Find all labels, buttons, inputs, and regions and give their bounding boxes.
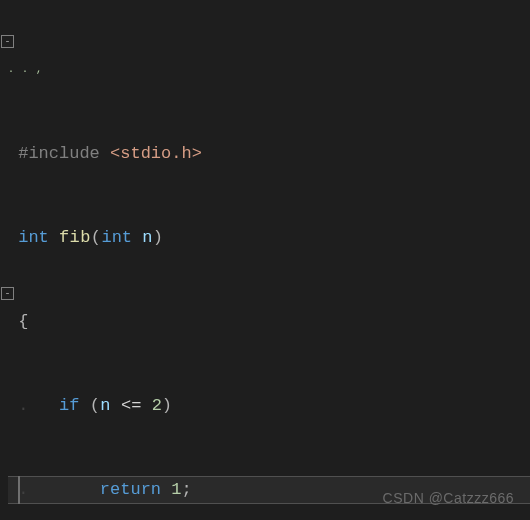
- fold-icon[interactable]: -: [1, 287, 14, 300]
- code-line: {: [8, 308, 530, 336]
- code-line: . if (n <= 2): [8, 392, 530, 420]
- code-line: int fib(int n): [8, 224, 530, 252]
- code-editor[interactable]: - - . . , #include <stdio.h> int fib(int…: [0, 0, 530, 520]
- code-line: . . ,: [8, 56, 530, 84]
- code-line: #include <stdio.h>: [8, 140, 530, 168]
- watermark: CSDN @Catzzz666: [383, 484, 514, 512]
- code-block: . . , #include <stdio.h> int fib(int n) …: [8, 0, 530, 520]
- fold-icon[interactable]: -: [1, 35, 14, 48]
